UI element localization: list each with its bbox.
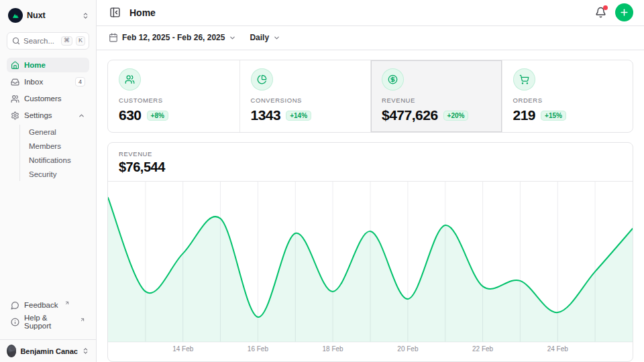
- sidebar-item-home[interactable]: Home: [7, 58, 89, 72]
- svg-text:24 Feb: 24 Feb: [547, 345, 569, 353]
- sidebar-item-general[interactable]: General: [29, 125, 89, 139]
- granularity-select[interactable]: Daily: [248, 30, 282, 45]
- stat-delta-badge: +14%: [286, 111, 311, 121]
- external-link-icon: [80, 317, 85, 322]
- sidebar-item-feedback[interactable]: Feedback: [7, 298, 89, 312]
- app-root: Nuxt ⌘ K Home Inbo: [0, 0, 644, 362]
- svg-text:14 Feb: 14 Feb: [172, 345, 194, 353]
- granularity-label: Daily: [250, 33, 269, 42]
- revenue-chart-card: REVENUE $76,544 14 Feb16 Feb18 Feb20 Feb…: [107, 142, 633, 362]
- collapse-sidebar-button[interactable]: [107, 5, 123, 20]
- stat-label: REVENUE: [382, 97, 491, 104]
- stat-value: 1343: [251, 107, 281, 123]
- chart-metric-label: REVENUE: [119, 150, 622, 158]
- shopping-cart-icon: [513, 68, 535, 90]
- search-input[interactable]: [23, 37, 58, 45]
- chart-metric-value: $76,544: [119, 160, 622, 175]
- home-icon: [11, 61, 19, 70]
- stat-label: CUSTOMERS: [119, 97, 229, 104]
- stat-delta-badge: +8%: [147, 111, 168, 121]
- sidebar-item-help-support[interactable]: Help & Support: [7, 314, 89, 329]
- filters-toolbar: Feb 12, 2025 - Feb 26, 2025 Daily: [97, 26, 644, 50]
- stat-value: $477,626: [382, 107, 438, 123]
- page-content: CUSTOMERS 630 +8% CONVERSIONS 1343 +14%: [97, 50, 644, 362]
- page-title: Home: [129, 7, 586, 18]
- add-button[interactable]: [615, 3, 633, 21]
- stat-card-customers[interactable]: CUSTOMERS 630 +8%: [108, 60, 239, 132]
- external-link-icon: [64, 300, 70, 306]
- sidebar-item-inbox[interactable]: Inbox 4: [7, 74, 89, 89]
- svg-text:22 Feb: 22 Feb: [472, 345, 494, 353]
- sidebar: Nuxt ⌘ K Home Inbo: [0, 0, 97, 362]
- sidebar-item-security[interactable]: Security: [29, 167, 89, 181]
- sidebar-item-notifications[interactable]: Notifications: [29, 153, 89, 167]
- kbd-k: K: [76, 36, 85, 46]
- user-name: Benjamin Canac: [20, 347, 78, 355]
- stat-delta-badge: +15%: [541, 111, 566, 121]
- sidebar-footer: Feedback Help & Support: [0, 298, 96, 335]
- user-menu[interactable]: Benjamin Canac: [0, 339, 96, 362]
- inbox-icon: [11, 78, 19, 86]
- main-panel: Home Feb 12, 2025 - Feb 26, 2025 Daily: [97, 0, 644, 362]
- chevrons-up-down-icon: [82, 347, 89, 355]
- sidebar-nav: Home Inbox 4 Customers Settings: [0, 58, 96, 298]
- inbox-count-badge: 4: [75, 77, 85, 86]
- date-range-picker[interactable]: Feb 12, 2025 - Feb 26, 2025: [107, 30, 237, 45]
- svg-text:18 Feb: 18 Feb: [323, 345, 344, 353]
- stat-card-revenue[interactable]: REVENUE $477,626 +20%: [370, 60, 502, 132]
- svg-text:20 Feb: 20 Feb: [397, 345, 419, 353]
- search-icon: [12, 37, 20, 45]
- sidebar-item-settings[interactable]: Settings: [7, 108, 89, 123]
- date-range-label: Feb 12, 2025 - Feb 26, 2025: [122, 33, 225, 42]
- sidebar-item-label: Settings: [24, 111, 73, 119]
- search-input-wrap[interactable]: ⌘ K: [7, 32, 89, 50]
- brand-name: Nuxt: [27, 11, 78, 20]
- kbd-meta: ⌘: [61, 36, 72, 46]
- notifications-button[interactable]: [593, 5, 608, 20]
- calendar-icon: [109, 33, 118, 42]
- chevron-down-icon: [229, 34, 236, 42]
- users-icon: [119, 68, 141, 90]
- sidebar-item-label: Inbox: [24, 78, 70, 86]
- pie-chart-icon: [251, 68, 273, 90]
- message-circle-icon: [11, 301, 19, 310]
- revenue-area-chart[interactable]: 14 Feb16 Feb18 Feb20 Feb22 Feb24 Feb: [108, 182, 633, 356]
- nuxt-logo-icon: [8, 8, 23, 23]
- stat-card-conversions[interactable]: CONVERSIONS 1343 +14%: [239, 60, 371, 132]
- circle-dollar-icon: [382, 68, 404, 90]
- notification-dot: [603, 5, 608, 10]
- team-switcher[interactable]: Nuxt: [0, 5, 96, 25]
- sidebar-item-members[interactable]: Members: [29, 139, 89, 153]
- page-header: Home: [97, 0, 644, 26]
- gear-icon: [11, 111, 19, 120]
- stat-value: 630: [119, 107, 142, 123]
- svg-text:16 Feb: 16 Feb: [248, 345, 269, 353]
- stats-row: CUSTOMERS 630 +8% CONVERSIONS 1343 +14%: [107, 60, 633, 133]
- users-icon: [11, 95, 19, 103]
- stat-label: ORDERS: [513, 97, 623, 104]
- chevron-up-icon: [78, 112, 85, 119]
- stat-value: 219: [513, 107, 536, 123]
- sidebar-item-label: Home: [24, 61, 85, 69]
- sidebar-item-label: Feedback: [24, 301, 58, 309]
- sidebar-item-label: Customers: [24, 95, 85, 103]
- chevron-down-icon: [273, 34, 280, 42]
- stat-card-orders[interactable]: ORDERS 219 +15%: [502, 60, 633, 132]
- avatar: [7, 345, 16, 357]
- sidebar-item-customers[interactable]: Customers: [7, 91, 89, 106]
- stat-delta-badge: +20%: [443, 111, 469, 121]
- chart-header: REVENUE $76,544: [108, 143, 633, 182]
- panel-left-close-icon: [109, 7, 121, 18]
- chevrons-up-down-icon: [82, 12, 89, 19]
- settings-sub-list: General Members Notifications Security: [19, 125, 89, 181]
- sidebar-item-label: Help & Support: [24, 314, 74, 330]
- info-circle-icon: [11, 318, 19, 326]
- stat-label: CONVERSIONS: [251, 97, 360, 104]
- plus-icon: [619, 7, 629, 17]
